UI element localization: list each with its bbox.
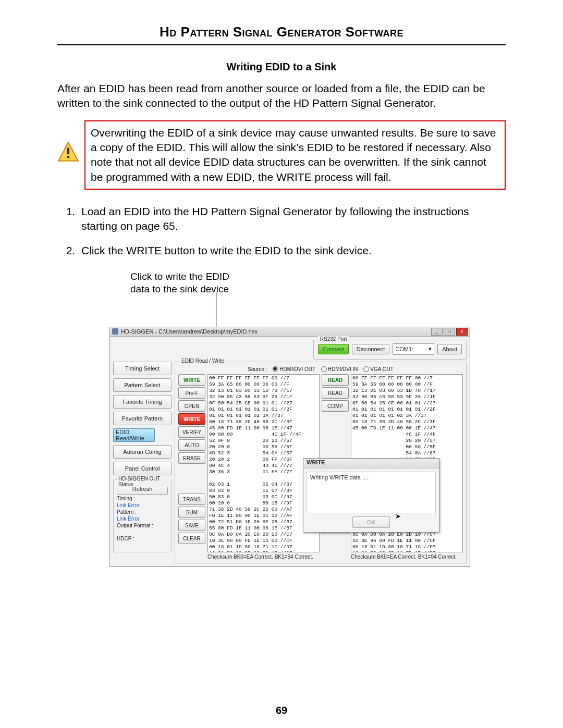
com-port-select[interactable]: COM1:▾ — [393, 343, 434, 355]
app-window: HD-SIGGEN - C:\Users\andrew\Desktop\myED… — [109, 327, 470, 567]
right-checksum: Checksum BK0=EA Correct. BK1=94 Correct. — [351, 554, 463, 560]
verify-button[interactable]: VERIFY — [178, 426, 205, 438]
status-legend: HD-SIGGEN OUT Status — [117, 476, 171, 487]
read-button[interactable]: READ — [322, 387, 349, 399]
connect-button[interactable]: Connect — [318, 344, 349, 354]
svg-rect-1 — [67, 147, 69, 154]
rs232-group: RS232 Port Connect Disconnect COM1:▾ Abo… — [313, 340, 467, 360]
window-close-button[interactable]: x — [456, 328, 468, 336]
svg-rect-2 — [67, 156, 69, 158]
left-button-column: WRITE Pre-F OPEN WRITE VERIFY AUTO ERASE… — [178, 374, 205, 560]
left-save-button[interactable]: SAVE — [178, 520, 205, 531]
source-row: Source : HDMI/DVI OUT HDMI/DVI IN VGA OU… — [178, 366, 463, 373]
nav-favorite-timing[interactable]: Favorite Timing — [113, 395, 172, 409]
step-item: Click the WRITE button to write the EDID… — [78, 243, 506, 258]
nav-panel-control[interactable]: Panel Control — [113, 462, 172, 475]
left-sum-button[interactable]: SUM — [178, 507, 205, 518]
com-port-value: COM1: — [395, 346, 413, 352]
chevron-down-icon: ▾ — [429, 346, 432, 352]
status-hdcp-value — [117, 542, 168, 548]
nav-timing-select[interactable]: Timing Select — [113, 362, 172, 375]
warning-box: Overwriting the EDID of a sink device ma… — [84, 120, 506, 190]
warning-icon — [57, 141, 79, 163]
steps-list: Load an EDID into the HD Pattern Signal … — [57, 204, 506, 258]
nav-autorun-config[interactable]: Autorun Config — [113, 445, 172, 459]
nav-pattern-select[interactable]: Pattern Select — [113, 378, 172, 392]
dialog-message: Writing WRITE data .... — [307, 472, 436, 513]
status-pattern-value: Link Error — [117, 516, 168, 522]
page-title: Hd Pattern Signal Generator Software — [57, 21, 506, 43]
radio-hdmi-out[interactable] — [273, 366, 278, 372]
step-item: Load an EDID into the HD Pattern Signal … — [78, 204, 506, 234]
dialog-ok-button[interactable]: OK — [352, 516, 390, 528]
callout-text: Click to write the EDID data to the sink… — [130, 270, 506, 295]
window-minimize-button[interactable]: _ — [431, 328, 443, 336]
window-title-text: HD-SIGGEN - C:\Users\andrew\Desktop\myED… — [121, 328, 431, 335]
intro-text: After an EDID has been read from another… — [57, 81, 506, 111]
erase-button[interactable]: ERASE — [178, 452, 205, 464]
right-read-label: READ — [322, 374, 349, 386]
rs232-legend: RS232 Port — [318, 336, 349, 342]
status-output-value — [117, 529, 168, 535]
window-maximize-button[interactable]: □ — [444, 328, 455, 336]
edid-legend: EDID Read / Write — [179, 358, 226, 364]
nav-edid-readwrite[interactable]: EDID Read/Write — [113, 428, 155, 442]
dialog-title: WRITE — [303, 459, 439, 468]
edid-panel: EDID Read / Write Source : HDMI/DVI OUT … — [175, 362, 467, 564]
status-timing-value: Link Error — [117, 502, 168, 508]
title-rule — [57, 44, 506, 45]
radio-hdmi-in-label: HDMI/DVI IN — [328, 366, 358, 372]
radio-hdmi-in[interactable] — [321, 366, 327, 372]
write-progress-dialog: WRITE Writing WRITE data .... OK — [303, 458, 439, 533]
nav-favorite-pattern[interactable]: Favorite Pattern — [113, 412, 172, 425]
disconnect-button[interactable]: Disconnect — [352, 344, 389, 354]
radio-hdmi-out-label: HDMI/DVI OUT — [279, 366, 315, 372]
left-trans-button[interactable]: TRANS — [178, 493, 205, 505]
status-hdcp-label: HDCP : — [117, 536, 168, 541]
left-write-label: WRITE — [178, 374, 205, 386]
status-group: HD-SIGGEN OUT Status Refresh Timing : Li… — [113, 479, 172, 552]
write-button[interactable]: WRITE — [178, 413, 205, 425]
section-heading: Writing EDID to a Sink — [57, 61, 506, 73]
open-button[interactable]: OPEN — [178, 400, 205, 412]
status-timing-label: Timing : — [117, 496, 168, 501]
radio-vga-out[interactable] — [363, 366, 369, 372]
about-button[interactable]: About — [437, 344, 462, 354]
radio-vga-out-label: VGA OUT — [370, 366, 393, 372]
left-checksum: Checksum BK0=EA Correct. BK1=94 Correct. — [207, 554, 320, 560]
auto-button[interactable]: AUTO — [178, 439, 205, 451]
source-label: Source : — [248, 366, 267, 372]
left-clear-button[interactable]: CLEAR — [178, 533, 205, 544]
app-icon — [112, 328, 118, 335]
pref-button[interactable]: Pre-F — [178, 387, 205, 399]
page-number: 69 — [0, 705, 563, 717]
window-titlebar[interactable]: HD-SIGGEN - C:\Users\andrew\Desktop\myED… — [110, 327, 470, 337]
status-pattern-label: Pattern : — [117, 509, 168, 515]
nav-panel: Timing Select Pattern Select Favorite Ti… — [113, 362, 172, 552]
comp-button[interactable]: COMP — [322, 400, 349, 412]
status-output-label: Output Format : — [117, 523, 168, 528]
